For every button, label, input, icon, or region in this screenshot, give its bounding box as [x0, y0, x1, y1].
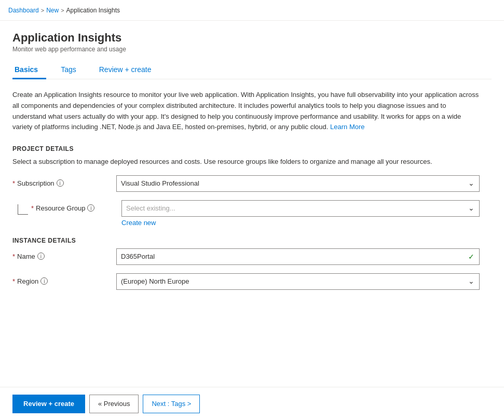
tab-review-create[interactable]: Review + create — [97, 61, 160, 79]
name-info-icon[interactable]: i — [37, 253, 45, 260]
resource-group-info-icon[interactable]: i — [87, 204, 94, 212]
name-label: * Name i — [12, 248, 116, 260]
tab-basics[interactable]: Basics — [12, 61, 46, 79]
review-create-button[interactable]: Review + create — [12, 395, 85, 413]
instance-details-section: INSTANCE DETAILS * Name i * Region i — [12, 237, 492, 290]
learn-more-link[interactable]: Learn More — [330, 123, 364, 131]
region-select[interactable]: (Europe) North Europe — [116, 273, 480, 290]
top-bar: Dashboard > New > Application Insights — [0, 0, 504, 21]
tabs-container: Basics Tags Review + create — [12, 61, 492, 79]
name-row: * Name i — [12, 248, 480, 265]
breadcrumb-dashboard[interactable]: Dashboard — [8, 7, 39, 14]
breadcrumb-new[interactable]: New — [46, 7, 59, 14]
main-content: Application Insights Monitor web app per… — [0, 21, 504, 387]
instance-details-header: INSTANCE DETAILS — [12, 237, 492, 244]
tab-tags[interactable]: Tags — [59, 61, 85, 79]
name-control — [116, 248, 480, 265]
resource-group-required: * — [31, 204, 34, 212]
next-button[interactable]: Next : Tags > — [143, 395, 200, 413]
region-select-wrapper: (Europe) North Europe — [116, 273, 480, 290]
subscription-control: Visual Studio Professional — [116, 175, 480, 192]
breadcrumb-current: Application Insights — [66, 7, 120, 14]
project-details-header: PROJECT DETAILS — [12, 145, 492, 152]
resource-group-label-area: * Resource Group i — [31, 200, 121, 212]
page-subtitle: Monitor web app performance and usage — [12, 46, 492, 53]
bottom-bar: Review + create « Previous Next : Tags > — [0, 387, 504, 420]
subscription-info-icon[interactable]: i — [57, 179, 64, 187]
project-details-section: PROJECT DETAILS Select a subscription to… — [12, 145, 492, 227]
indent-line — [18, 204, 28, 215]
resource-group-row: * Resource Group i Select existing... Cr… — [12, 200, 480, 227]
region-required: * — [12, 277, 15, 285]
region-label-text: Region — [17, 277, 38, 285]
description-text: Create an Application Insights resource … — [12, 90, 480, 133]
resource-group-select-wrapper: Select existing... — [121, 200, 480, 217]
subscription-label: * Subscription i — [12, 175, 116, 187]
name-input[interactable] — [116, 248, 480, 265]
subscription-label-text: Subscription — [17, 179, 55, 187]
name-required: * — [12, 253, 15, 260]
region-row: * Region i (Europe) North Europe — [12, 273, 480, 290]
region-info-icon[interactable]: i — [40, 277, 48, 285]
subscription-required: * — [12, 179, 15, 187]
breadcrumb-sep-1: > — [41, 7, 44, 13]
create-new-link[interactable]: Create new — [121, 219, 156, 227]
subscription-row: * Subscription i Visual Studio Professio… — [12, 175, 480, 192]
resource-group-select[interactable]: Select existing... — [121, 200, 480, 217]
project-details-desc: Select a subscription to manage deployed… — [12, 157, 492, 167]
breadcrumb: Dashboard > New > Application Insights — [8, 7, 120, 14]
region-control: (Europe) North Europe — [116, 273, 480, 290]
region-label: * Region i — [12, 273, 116, 285]
name-input-wrapper — [116, 248, 480, 265]
resource-group-label-text: Resource Group — [36, 204, 85, 212]
breadcrumb-sep-2: > — [61, 7, 64, 13]
resource-group-control: Select existing... Create new — [121, 200, 480, 227]
subscription-select[interactable]: Visual Studio Professional — [116, 175, 480, 192]
page-title: Application Insights — [12, 31, 492, 45]
subscription-select-wrapper: Visual Studio Professional — [116, 175, 480, 192]
previous-button[interactable]: « Previous — [89, 395, 139, 413]
name-label-text: Name — [17, 253, 35, 260]
